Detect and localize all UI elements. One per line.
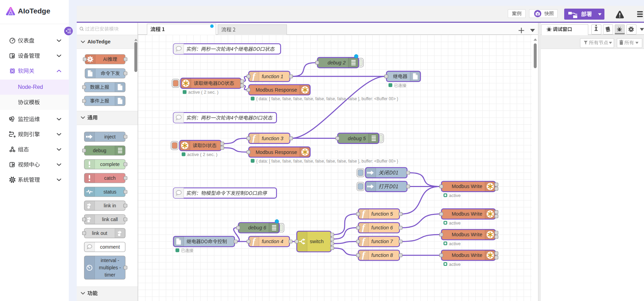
svg-text:Modbus Write: Modbus Write bbox=[452, 211, 482, 217]
svg-text:switch: switch bbox=[310, 239, 324, 244]
svg-text:function 1: function 1 bbox=[262, 74, 283, 79]
svg-text:{ data: [ false, false, false,: { data: [ false, false, false, false, fa… bbox=[256, 159, 398, 164]
svg-text:Modbus Write: Modbus Write bbox=[452, 252, 482, 258]
svg-text:debug 5: debug 5 bbox=[348, 136, 366, 141]
svg-text:function 5: function 5 bbox=[371, 211, 393, 217]
svg-text:active: active bbox=[449, 241, 461, 246]
svg-text:active ( 2 sec. ): active ( 2 sec. ) bbox=[188, 90, 218, 95]
svg-text:active: active bbox=[449, 220, 461, 226]
svg-text:function 7: function 7 bbox=[371, 239, 393, 244]
svg-text:active ( 2 sec. ): active ( 2 sec. ) bbox=[187, 152, 217, 157]
svg-text:{ data: [ false, false, false,: { data: [ false, false, false, false, fa… bbox=[256, 96, 398, 101]
svg-text:Modbus Write: Modbus Write bbox=[452, 184, 482, 189]
svg-text:active: active bbox=[449, 193, 461, 198]
svg-text:Modbus Write: Modbus Write bbox=[452, 232, 482, 237]
svg-text:function 4: function 4 bbox=[262, 239, 283, 244]
svg-text:debug 2: debug 2 bbox=[328, 60, 345, 65]
svg-text:debug 6: debug 6 bbox=[248, 225, 266, 230]
svg-text:Modbus Response: Modbus Response bbox=[256, 149, 297, 155]
svg-text:function 8: function 8 bbox=[371, 252, 393, 258]
svg-text:active: active bbox=[449, 262, 461, 267]
svg-text:Modbus Response: Modbus Response bbox=[256, 87, 297, 93]
svg-text:function 6: function 6 bbox=[371, 225, 393, 230]
svg-text:function 3: function 3 bbox=[262, 136, 283, 141]
